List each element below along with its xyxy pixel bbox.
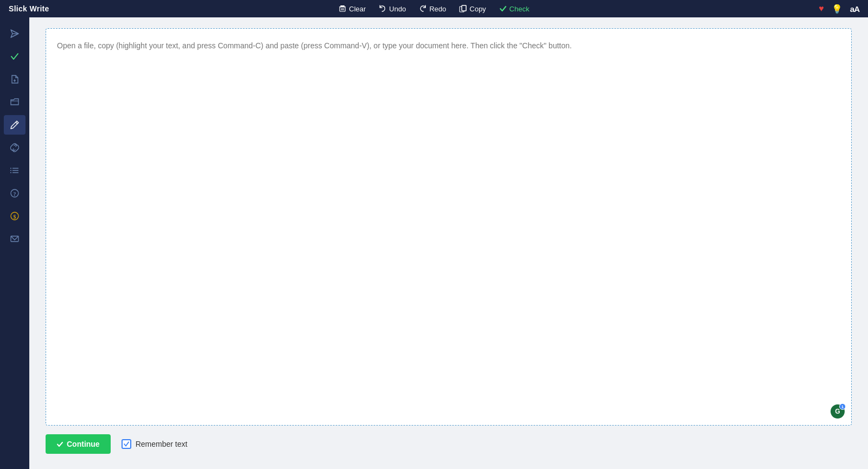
- redo-label: Redo: [429, 5, 446, 13]
- undo-icon: [379, 5, 386, 12]
- sidebar: ? $: [0, 17, 29, 469]
- top-nav: Slick Write Clear: [0, 0, 868, 17]
- undo-button[interactable]: Undo: [379, 5, 406, 13]
- remember-text-checkbox[interactable]: [122, 439, 131, 449]
- sidebar-item-mail[interactable]: [4, 229, 25, 249]
- sidebar-item-list[interactable]: [4, 161, 25, 180]
- check-button[interactable]: Check: [499, 5, 529, 13]
- sidebar-item-send[interactable]: [4, 24, 25, 43]
- svg-rect-7: [462, 5, 467, 11]
- clear-icon: [339, 5, 346, 12]
- heart-icon[interactable]: ♥: [819, 4, 824, 14]
- nav-actions: Clear Undo Redo: [339, 5, 529, 13]
- font-size-icon[interactable]: aA: [850, 4, 859, 14]
- sidebar-item-edit[interactable]: [4, 115, 25, 135]
- app-title: Slick Write: [9, 4, 49, 13]
- sidebar-item-check[interactable]: [4, 47, 25, 66]
- sidebar-item-dollar[interactable]: $: [4, 206, 25, 226]
- svg-text:$: $: [14, 214, 16, 220]
- main-content: G 1 Continue Remember text: [29, 17, 868, 469]
- remember-text-text: Remember text: [136, 440, 188, 448]
- copy-icon: [459, 5, 467, 12]
- sidebar-item-help[interactable]: ?: [4, 183, 25, 203]
- layout: ? $ G 1: [0, 17, 868, 469]
- editor-textarea[interactable]: [46, 29, 851, 425]
- redo-button[interactable]: Redo: [419, 5, 446, 13]
- editor-wrapper: G 1: [46, 28, 852, 426]
- checkbox-check-icon: [123, 441, 130, 447]
- continue-check-icon: [56, 441, 63, 448]
- nav-right: ♥ 💡 aA: [819, 4, 859, 14]
- clear-button[interactable]: Clear: [339, 5, 366, 13]
- grammarly-badge[interactable]: G 1: [829, 403, 846, 420]
- copy-button[interactable]: Copy: [459, 5, 486, 13]
- continue-button[interactable]: Continue: [46, 434, 111, 454]
- copy-label: Copy: [470, 5, 486, 13]
- bottom-bar: Continue Remember text: [46, 426, 852, 458]
- check-label: Check: [509, 5, 529, 13]
- sidebar-item-folder[interactable]: [4, 92, 25, 112]
- clear-label: Clear: [349, 5, 366, 13]
- continue-label: Continue: [67, 440, 100, 448]
- bulb-icon[interactable]: 💡: [832, 4, 843, 14]
- sidebar-item-link[interactable]: [4, 138, 25, 157]
- svg-text:?: ?: [14, 191, 16, 197]
- undo-label: Undo: [389, 5, 406, 13]
- grammarly-letter: G: [835, 408, 840, 415]
- remember-text-label[interactable]: Remember text: [122, 439, 188, 449]
- check-nav-icon: [499, 5, 507, 12]
- svg-rect-0: [340, 5, 344, 7]
- sidebar-item-new-file[interactable]: [4, 69, 25, 89]
- grammarly-badge-dot: 1: [839, 403, 846, 410]
- redo-icon: [419, 5, 426, 12]
- svg-line-12: [16, 122, 17, 124]
